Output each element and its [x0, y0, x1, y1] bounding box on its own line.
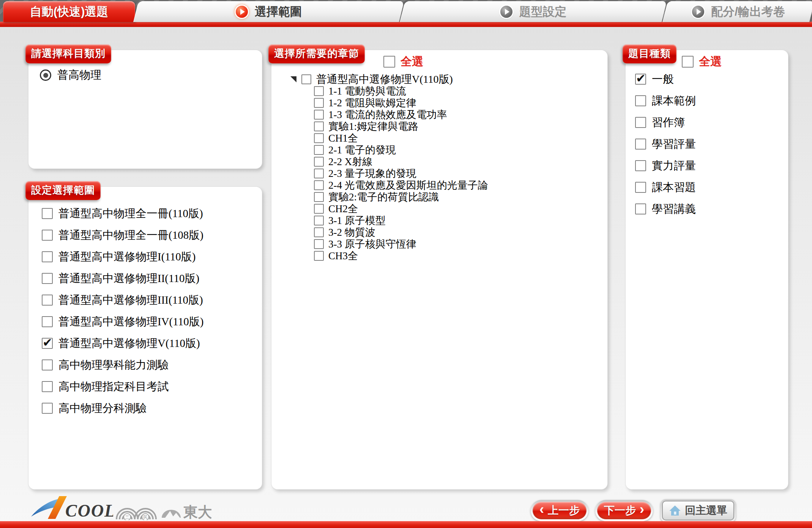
- type-option[interactable]: 習作簿: [635, 112, 784, 133]
- checkbox-icon[interactable]: [314, 204, 324, 214]
- type-option[interactable]: 學習評量: [635, 133, 784, 155]
- range-option[interactable]: 普通型高中選修物理III(110版): [42, 289, 258, 311]
- checkbox-icon[interactable]: [635, 139, 646, 150]
- range-option[interactable]: 高中物理分科測驗: [42, 397, 258, 419]
- chapter-option[interactable]: 2-1 電子的發現: [314, 144, 604, 156]
- checkbox-icon[interactable]: [42, 273, 53, 284]
- range-option-label: 高中物理分科測驗: [58, 401, 147, 416]
- range-option-label: 高中物理學科能力測驗: [58, 358, 169, 373]
- tab-score-output[interactable]: 配分/輸出考卷: [665, 1, 812, 22]
- expand-arrow-icon[interactable]: [290, 76, 296, 82]
- checkbox-icon[interactable]: [42, 295, 53, 306]
- checkbox-icon[interactable]: [301, 74, 311, 84]
- type-option[interactable]: 實力評量: [635, 155, 784, 177]
- checkbox-icon[interactable]: [314, 110, 324, 120]
- checkbox-icon[interactable]: [635, 74, 646, 85]
- dongda-logo-text: 東大: [183, 504, 211, 520]
- checkbox-icon[interactable]: [314, 169, 324, 178]
- chapter-option[interactable]: 2-3 量子現象的發現: [314, 167, 604, 179]
- chapter-option[interactable]: CH1全: [314, 132, 604, 144]
- type-option-label: 學習講義: [652, 202, 696, 217]
- checkbox-icon[interactable]: [42, 381, 53, 392]
- range-option[interactable]: 高中物理學科能力測驗: [42, 354, 258, 376]
- checkbox-icon[interactable]: [314, 157, 324, 167]
- checkbox-icon[interactable]: [42, 251, 53, 262]
- radio-icon[interactable]: [40, 69, 51, 81]
- checkbox-icon[interactable]: [635, 160, 646, 171]
- chapter-option[interactable]: 1-1 電動勢與電流: [314, 85, 604, 97]
- type-option-label: 課本範例: [652, 93, 696, 109]
- range-option[interactable]: 普通型高中選修物理V(110版): [42, 333, 258, 354]
- chapter-option[interactable]: 實驗2:電子的荷質比認識: [314, 191, 604, 203]
- checkbox-icon[interactable]: [314, 227, 324, 237]
- chapter-option[interactable]: 3-3 原子核與守恆律: [314, 238, 604, 250]
- cool-logo: COOL: [30, 495, 113, 523]
- range-option[interactable]: 普通型高中物理全一冊(108版): [42, 224, 258, 246]
- checkbox-icon[interactable]: [314, 180, 324, 190]
- subject-option[interactable]: 普高物理: [40, 68, 101, 83]
- checkbox-icon[interactable]: [314, 251, 324, 261]
- checkbox-icon[interactable]: [314, 239, 324, 249]
- checkbox-icon[interactable]: [314, 86, 324, 96]
- chapter-option[interactable]: 3-1 原子模型: [314, 214, 604, 226]
- range-option[interactable]: 普通型高中選修物理IV(110版): [42, 311, 258, 333]
- checkbox-icon[interactable]: [635, 95, 646, 106]
- chapter-option-label: CH3全: [328, 249, 358, 263]
- checkbox-icon[interactable]: [314, 145, 324, 155]
- range-option[interactable]: 普通型高中選修物理II(110版): [42, 268, 258, 289]
- chevron-right-icon: ›: [640, 502, 644, 517]
- tab-select-range[interactable]: 選擇範圍: [136, 1, 402, 22]
- chapter-option[interactable]: 1-2 電阻與歐姆定律: [314, 97, 604, 109]
- next-button-label: 下一步: [604, 503, 636, 518]
- type-option[interactable]: 學習講義: [635, 198, 784, 220]
- checkbox-icon[interactable]: [682, 56, 694, 68]
- chapter-option[interactable]: CH3全: [314, 250, 604, 262]
- tab-bar-red-underline: [0, 22, 812, 27]
- checkbox-icon[interactable]: [42, 359, 53, 370]
- panel-title-badge: 題目種類: [623, 44, 676, 63]
- chapter-option[interactable]: 2-2 X射線: [314, 156, 604, 167]
- next-step-button[interactable]: 下一步 ›: [595, 500, 653, 521]
- range-option-label: 普通型高中選修物理V(110版): [58, 336, 200, 351]
- range-option[interactable]: 普通型高中物理全一冊(110版): [42, 203, 258, 224]
- checkbox-icon[interactable]: [42, 316, 53, 327]
- type-option[interactable]: 課本習題: [635, 177, 784, 198]
- checkbox-icon[interactable]: [314, 121, 324, 131]
- checkbox-icon[interactable]: [42, 208, 53, 219]
- tab-auto-quick-select[interactable]: 自動(快速)選題: [3, 1, 135, 22]
- range-panel: 設定選擇範圍 普通型高中物理全一冊(110版) 普通型高中物理全一冊(108版)…: [28, 187, 262, 489]
- type-select-all[interactable]: 全選: [682, 54, 722, 69]
- home-menu-button[interactable]: 回主選單: [661, 499, 736, 522]
- checkbox-icon[interactable]: [635, 182, 646, 193]
- checkbox-icon[interactable]: [42, 338, 53, 349]
- type-option[interactable]: 課本範例: [635, 90, 784, 112]
- chapter-option[interactable]: 2-4 光電效應及愛因斯坦的光量子論: [314, 179, 604, 191]
- chapter-option[interactable]: CH2全: [314, 203, 604, 214]
- checkbox-icon[interactable]: [314, 216, 324, 225]
- range-option[interactable]: 普通型高中選修物理I(110版): [42, 246, 258, 268]
- sanmin-logo-char1: 三: [125, 515, 129, 519]
- play-icon: [692, 6, 704, 18]
- type-option[interactable]: 一般: [635, 68, 784, 90]
- checkbox-icon[interactable]: [314, 192, 324, 202]
- chapter-option[interactable]: 1-3 電流的熱效應及電功率: [314, 109, 604, 120]
- checkbox-icon[interactable]: [635, 203, 646, 214]
- range-option-label: 普通型高中選修物理III(110版): [58, 293, 203, 308]
- prev-step-button[interactable]: ‹ 上一步: [531, 500, 588, 521]
- range-option-label: 普通型高中選修物理I(110版): [58, 249, 196, 265]
- checkbox-icon[interactable]: [314, 98, 324, 108]
- checkbox-icon[interactable]: [42, 230, 53, 241]
- range-option[interactable]: 高中物理指定科目考試: [42, 376, 258, 397]
- range-option-label: 普通型高中物理全一冊(110版): [58, 206, 203, 221]
- chapter-option[interactable]: 實驗1:姆定律與電路: [314, 120, 604, 132]
- checkbox-icon[interactable]: [42, 403, 53, 414]
- chapter-select-all[interactable]: 全選: [383, 54, 423, 69]
- checkbox-icon[interactable]: [383, 56, 395, 68]
- checkbox-icon[interactable]: [314, 133, 324, 143]
- chapter-option[interactable]: 3-2 物質波: [314, 226, 604, 238]
- range-option-list: 普通型高中物理全一冊(110版) 普通型高中物理全一冊(108版) 普通型高中選…: [42, 203, 258, 419]
- panel-title-badge: 請選擇科目類別: [25, 44, 111, 63]
- tab-question-type-setting[interactable]: 題型設定: [402, 1, 664, 22]
- checkbox-icon[interactable]: [635, 117, 646, 128]
- tab-label: 題型設定: [519, 4, 566, 20]
